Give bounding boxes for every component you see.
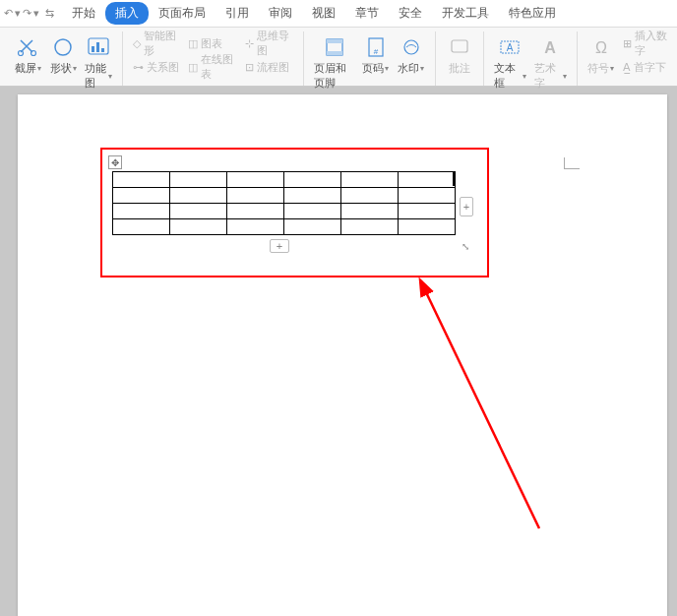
table-cell[interactable] (170, 172, 227, 188)
add-column-handle[interactable]: + (460, 197, 473, 216)
annotation-arrow (411, 277, 569, 552)
function-chart-button[interactable]: 功能图▾ (81, 31, 116, 92)
wordart-icon: A (539, 33, 561, 61)
table-row[interactable] (113, 219, 456, 235)
svg-point-2 (55, 39, 71, 55)
table-resize-handle[interactable]: ⤡ (462, 241, 473, 253)
table-row[interactable] (113, 172, 456, 188)
table-row[interactable] (113, 204, 456, 219)
symbol-button[interactable]: Ω 符号▾ (584, 31, 619, 78)
comment-icon (449, 33, 470, 61)
table-cell[interactable] (170, 204, 227, 219)
online-chart-icon: ◫ (188, 61, 198, 74)
flowchart-icon: ⊡ (245, 61, 254, 74)
redo-dropdown-icon[interactable]: ▾ (33, 7, 39, 20)
header-footer-button[interactable]: 页眉和页脚 (310, 31, 357, 92)
tab-sections[interactable]: 章节 (345, 0, 389, 27)
table-cell[interactable] (399, 219, 456, 235)
table-cell[interactable] (284, 172, 341, 188)
menu-tabs: 开始 插入 页面布局 引用 审阅 视图 章节 安全 开发工具 特色应用 (62, 0, 566, 27)
table-cell[interactable] (170, 219, 227, 235)
table-cell[interactable] (341, 172, 399, 188)
online-chart-button[interactable]: ◫ 在线图表 (184, 55, 241, 79)
watermark-button[interactable]: 水印▾ (394, 31, 429, 78)
tab-references[interactable]: 引用 (215, 0, 259, 27)
shape-button[interactable]: 形状▾ (45, 31, 81, 78)
document-page[interactable]: ✥ + + ⤡ (18, 94, 667, 616)
table-cell[interactable] (227, 204, 284, 219)
drop-cap-button[interactable]: A̲ 首字下 (619, 55, 671, 79)
chevron-down-icon: ▾ (385, 64, 389, 73)
symbol-label: 符号 (587, 61, 609, 76)
ribbon-group-header-footer: 页眉和页脚 # 页码▾ 水印▾ (304, 31, 435, 86)
table-cell[interactable] (284, 188, 341, 204)
table-cell[interactable] (113, 172, 170, 188)
chevron-down-icon: ▾ (37, 64, 41, 73)
document-table[interactable] (112, 171, 456, 235)
tab-view[interactable]: 视图 (302, 0, 345, 27)
quick-access-more-icon[interactable]: ⇆ (45, 7, 54, 20)
smart-graphic-button[interactable]: ◇ 智能图形 (129, 31, 184, 55)
table-cell[interactable] (399, 172, 456, 188)
svg-point-1 (31, 51, 36, 56)
table-cell[interactable] (399, 188, 456, 204)
table-cell[interactable] (113, 219, 170, 235)
tab-security[interactable]: 安全 (389, 0, 432, 27)
table-cell[interactable] (170, 188, 227, 204)
comment-button[interactable]: 批注 (442, 31, 477, 78)
table-cell[interactable] (341, 219, 399, 235)
header-footer-icon (324, 33, 345, 61)
mind-map-icon: ⊹ (245, 37, 254, 50)
table-cell[interactable] (341, 188, 399, 204)
chevron-down-icon: ▾ (523, 72, 526, 81)
tab-page-layout[interactable]: 页面布局 (149, 0, 215, 27)
table-cell[interactable] (227, 188, 284, 204)
table-cell[interactable] (227, 219, 284, 235)
table-cell[interactable] (284, 204, 341, 219)
watermark-icon (400, 33, 422, 61)
insert-number-label: 插入数字 (635, 29, 667, 58)
shape-icon (52, 33, 74, 61)
wordart-label: 艺术字 (534, 61, 562, 91)
undo-dropdown-icon[interactable]: ▾ (15, 7, 21, 20)
mind-map-label: 思维导图 (257, 29, 293, 58)
text-cursor (453, 172, 455, 186)
menu-bar: ↶ ▾ ↷ ▾ ⇆ 开始 插入 页面布局 引用 审阅 视图 章节 安全 开发工具… (0, 0, 677, 28)
flowchart-button[interactable]: ⊡ 流程图 (241, 55, 297, 79)
table-cell[interactable] (113, 204, 170, 219)
textbox-button[interactable]: A 文本框▾ (490, 31, 530, 92)
svg-text:A: A (507, 42, 514, 53)
omega-icon: Ω (590, 33, 612, 61)
undo-icon[interactable]: ↶ (4, 7, 13, 20)
screenshot-label: 截屏 (15, 61, 36, 76)
tab-start[interactable]: 开始 (62, 0, 105, 27)
relation-button[interactable]: ⊶ 关系图 (129, 55, 184, 79)
page-number-button[interactable]: # 页码▾ (358, 31, 394, 78)
scissors-icon (17, 33, 38, 61)
chevron-down-icon: ▾ (108, 72, 112, 81)
table-cell[interactable] (284, 219, 341, 235)
chart-icon: ◫ (188, 37, 198, 50)
tab-insert[interactable]: 插入 (105, 2, 149, 25)
tab-developer[interactable]: 开发工具 (432, 0, 499, 27)
relation-icon: ⊶ (133, 61, 144, 74)
table-cell[interactable] (113, 188, 170, 204)
margin-corner-mark (564, 157, 580, 169)
table-cell[interactable] (341, 204, 399, 219)
table-cell[interactable] (227, 172, 284, 188)
wordart-button[interactable]: A 艺术字▾ (530, 31, 571, 92)
redo-icon[interactable]: ↷ (23, 7, 31, 20)
svg-rect-8 (327, 39, 342, 43)
ribbon-group-illustrations: ◇ 智能图形 ⊶ 关系图 ◫ 图表 ◫ 在线图表 ⊹ 思维导图 (123, 31, 304, 86)
table-cell[interactable] (399, 204, 456, 219)
table-row[interactable] (113, 188, 456, 204)
textbox-icon: A (498, 33, 522, 61)
table-move-handle[interactable]: ✥ (108, 155, 122, 169)
ribbon-toolbar: 截屏▾ 形状▾ 功能图▾ ◇ 智能图形 ⊶ 关系图 (0, 28, 677, 87)
add-row-handle[interactable]: + (270, 239, 289, 253)
tab-review[interactable]: 审阅 (259, 0, 302, 27)
mind-map-button[interactable]: ⊹ 思维导图 (241, 31, 297, 55)
screenshot-button[interactable]: 截屏▾ (10, 31, 45, 78)
insert-number-button[interactable]: ⊞ 插入数字 (619, 31, 671, 55)
tab-special[interactable]: 特色应用 (499, 0, 566, 27)
